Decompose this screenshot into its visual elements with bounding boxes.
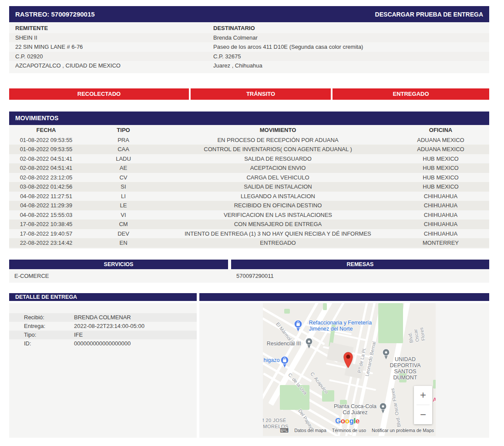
table-cell: RECIBIDO EN OFICINA DESTINO <box>164 201 392 210</box>
table-cell: ADUANA MEXICO <box>392 145 489 154</box>
detail-headers: DETALLE DE ENTREGA <box>9 293 489 301</box>
table-cell: CON MENSAJERO DE ENTREGA <box>164 220 392 229</box>
table-cell: 01-08-2022 09:53:55 <box>9 135 83 145</box>
label-poi-a: A <box>433 397 436 403</box>
table-cell: 04-08-2022 11:27:51 <box>9 192 83 201</box>
sender-name: SHEIN II <box>15 33 37 43</box>
table-cell: DEV <box>83 229 164 239</box>
table-cell: LE <box>83 201 164 210</box>
detail-label: ID: <box>24 339 31 348</box>
detail-value: 000000000000000000 <box>74 339 131 348</box>
table-cell: 02-08-2022 04:51:41 <box>9 163 83 173</box>
detail-value: 2022-08-22T23:14:00-05:00 <box>74 322 144 331</box>
table-row: 02-08-2022 04:51:41AEACEPTACION ENVIOHUB… <box>9 163 489 173</box>
table-row: 02-08-2022 04:51:41LADUSALIDA DE RESGUAR… <box>9 154 489 164</box>
table-row: 03-08-2022 01:42:56SISALIDA DE INSTALACI… <box>9 182 489 192</box>
label-paseo-de-la-pl: P.º de La Pl. <box>356 347 367 373</box>
label-refaccionaria: Refaccionaria y Ferretería Jiménez del N… <box>309 320 372 332</box>
table-row: 17-08-2022 19:40:57DEVINTENTO DE ENTREGA… <box>9 229 489 239</box>
detail-row: ID:000000000000000000 <box>9 339 197 348</box>
table-cell: 04-08-2022 15:55:03 <box>9 210 83 220</box>
address-row: SHEIN II Brenda Colmenar <box>9 33 489 43</box>
zoom-in-button[interactable]: + <box>414 386 432 405</box>
table-cell: CHIHUAHUA <box>392 229 489 239</box>
download-proof-link[interactable]: DESCARGAR PRUEBA DE ENTREGA <box>375 11 483 18</box>
table-row: 04-08-2022 11:29:39LERECIBIDO EN OFICINA… <box>9 201 489 210</box>
recipient-name: Brenda Colmenar <box>213 33 258 43</box>
address-row: C.P. 02920 C.P. 32675 <box>9 52 489 61</box>
table-cell: CHIHUAHUA <box>392 220 489 229</box>
poi-pin-unidad-deportiva <box>382 348 390 360</box>
table-row: 17-08-2022 10:38:45CMCON MENSAJERO DE EN… <box>9 220 489 229</box>
service-value: E-COMERCE <box>14 273 49 279</box>
status-step: ENTREGADO <box>333 88 489 100</box>
column-header: OFICINA <box>392 125 489 135</box>
table-cell: LLEGANDO A INSTALACION <box>164 192 392 201</box>
remesa-value: 570097290011 <box>236 273 274 279</box>
movements-header: MOVIMIENTOS <box>9 112 489 125</box>
table-cell: ACEPTACION ENVIO <box>164 163 392 173</box>
table-cell: 01-08-2022 09:53:55 <box>9 145 83 154</box>
detail-value: IFE <box>74 331 83 339</box>
detail-info-panel: Recibió:BRENDA COLMENAREntrega:2022-08-2… <box>9 303 197 438</box>
table-cell: SALIDA DE RESGUARDO <box>164 154 392 164</box>
shopping-pin-higazo <box>280 356 289 368</box>
report-problem-link[interactable]: Notificar un problema de Maps <box>372 428 434 433</box>
detail-label: Tipo: <box>24 331 36 339</box>
table-cell: CHIHUAHUA <box>392 210 489 220</box>
poi-pin-coca-cola <box>379 402 387 414</box>
detail-row: Entrega:2022-08-22T23:14:00-05:00 <box>9 322 197 331</box>
terms-link[interactable]: Términos de uso <box>332 428 366 433</box>
table-cell: LI <box>83 192 164 201</box>
table-row: 01-08-2022 09:53:55CAACONTROL DE INVENTA… <box>9 145 489 154</box>
detail-row: Tipo:IFE <box>9 331 197 339</box>
table-cell: HUB MEXICO <box>392 173 489 182</box>
movements-table: FECHATIPOMOVIMIENTOOFICINA 01-08-2022 09… <box>9 125 489 249</box>
map-attribution: ⌨ Datos del mapa Términos de uso Notific… <box>280 427 434 434</box>
zoom-out-button[interactable]: − <box>414 405 432 424</box>
destination-pin <box>342 350 354 368</box>
table-row: 22-08-2022 23:14:42ENENTREGADOMONTERREY <box>9 238 489 248</box>
remesas-header: REMESAS <box>231 260 489 269</box>
table-cell: 02-08-2022 23:12:05 <box>9 173 83 182</box>
label-leonardo-bernal: Leonardo Bernal <box>364 341 377 376</box>
poi-pin-residencial <box>305 338 313 349</box>
google-map[interactable]: Refaccionaria y Ferretería Jiménez del N… <box>263 303 436 436</box>
google-logo-letter: e <box>356 417 360 425</box>
movements-table-head: FECHATIPOMOVIMIENTOOFICINA <box>9 125 489 135</box>
table-cell: PRA <box>83 135 164 145</box>
address-panel: REMITENTE DESTINATARIO SHEIN II Brenda C… <box>9 22 489 73</box>
detail-header-right <box>199 293 489 301</box>
label-planta-coca-cola: Planta Coca-Cola Cd Juárez <box>334 403 376 416</box>
address-row: REMITENTE DESTINATARIO <box>9 24 489 33</box>
column-header: MOVIMIENTO <box>164 125 392 135</box>
status-step: TRÁNSITO <box>191 88 331 100</box>
google-logo-letter: G <box>335 417 341 425</box>
detail-label: Entrega: <box>24 322 45 331</box>
table-row: 02-08-2022 23:12:05CVCARGA DEL VEHICULOH… <box>9 173 489 182</box>
label-c-acapulco: C. Acapulco <box>309 371 329 395</box>
table-cell: CAA <box>83 145 164 154</box>
table-row: 04-08-2022 15:55:03VIVERIFICACION EN LAS… <box>9 210 489 220</box>
column-header: FECHA <box>9 125 83 135</box>
google-logo[interactable]: Google <box>335 417 360 426</box>
table-cell: VERIFICACION EN LAS INSTALACIONES <box>164 210 392 220</box>
table-cell: 03-08-2022 01:42:56 <box>9 182 83 192</box>
keyboard-icon: ⌨ <box>280 427 289 434</box>
google-logo-letter: g <box>349 417 354 425</box>
address-row: AZCAPOTZALCO , CIUDAD DE MEXICO Juarez ,… <box>9 61 489 71</box>
detail-panels: Recibió:BRENDA COLMENAREntrega:2022-08-2… <box>9 303 489 438</box>
recipient-street: Paseo de los arcos 411 D10E (Segunda cas… <box>213 42 363 52</box>
label-residencial: Residencial III <box>267 341 301 347</box>
label-blvd-oscar-flores-top: Blvd. Oscar Flores <box>405 320 426 343</box>
detail-label: Recibió: <box>24 313 44 322</box>
status-step: RECOLECTADO <box>9 88 189 100</box>
table-row: 04-08-2022 11:27:51LILLEGANDO A INSTALAC… <box>9 192 489 201</box>
table-cell: AE <box>83 163 164 173</box>
recipient-title: DESTINATARIO <box>213 24 255 33</box>
column-header: TIPO <box>83 125 164 135</box>
label-unidad-deportiva: UNIDAD DEPORTIVA SANTOS DUMONT <box>390 356 420 381</box>
shopping-pin-refaccionaria <box>294 320 302 332</box>
services-header: SERVICIOS <box>9 260 228 269</box>
table-cell: HUB MEXICO <box>392 182 489 192</box>
